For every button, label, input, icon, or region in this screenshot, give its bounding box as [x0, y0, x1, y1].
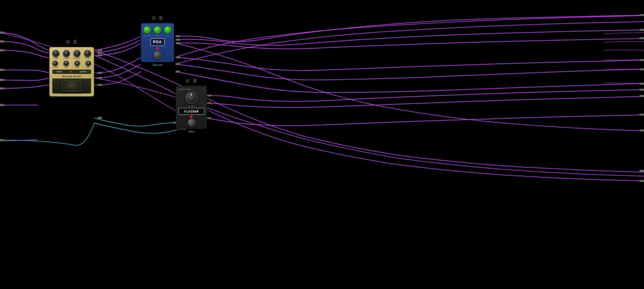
- svg-rect-37: [176, 42, 180, 44]
- bass-led: [190, 116, 192, 118]
- bass-toolbar: ⚙ 🗑: [185, 78, 197, 84]
- bass-settings-icon[interactable]: ⚙: [185, 78, 190, 84]
- stereo-echo-toolbar: ⚙ 🗑: [66, 39, 78, 45]
- svg-rect-25: [639, 129, 644, 131]
- output-arrow-icon: →: [88, 71, 90, 73]
- knob-group-l-time: L-TIME: [52, 50, 59, 59]
- knob-r-level[interactable]: [73, 50, 80, 57]
- bass-level-knob[interactable]: [185, 91, 198, 104]
- svg-rect-43: [207, 117, 211, 119]
- knob-l-fb-label: L-FB: [64, 67, 68, 68]
- mda-detune-pedal: ⚙ 🗑 DETUNE LEVEL MIX MDA De: [141, 15, 174, 66]
- knob-cross[interactable]: [51, 60, 59, 67]
- stereo-echo-top-knobs: L-TIME L-LEVEL R-LEVEL R-TIME: [52, 50, 91, 59]
- stereo-echo-pedal: ⚙ 🗑 L-TIME L-LEVEL R-LEVEL R-TIME: [49, 39, 94, 97]
- svg-rect-42: [207, 102, 211, 104]
- svg-rect-26: [639, 170, 644, 172]
- detune-toolbar: ⚙ 🗑: [151, 15, 164, 21]
- knob-l-fb[interactable]: [63, 61, 69, 66]
- bass-preset-arrow-icon[interactable]: ▼: [203, 88, 205, 90]
- svg-rect-34: [98, 117, 102, 119]
- svg-rect-38: [176, 56, 180, 58]
- stereo-echo-delete-icon[interactable]: 🗑: [73, 39, 78, 45]
- knob-group-dry: DRY: [86, 61, 91, 68]
- svg-point-2: [0, 40, 1, 43]
- detune-knobs-row: DETUNE LEVEL MIX: [143, 26, 172, 36]
- svg-rect-18: [639, 37, 644, 39]
- knob-l-time[interactable]: [52, 50, 59, 57]
- knob-detune-label: DETUNE: [144, 35, 150, 36]
- echo-input-label: → INPUT: [54, 71, 62, 73]
- bass-preset-name: Acoustic Bass: [178, 88, 191, 90]
- fluidgm-bass-pedal: ⚙ 🗑 Acoustic Bass ▼ LEVEL FLUIDGM Bass: [176, 78, 207, 133]
- mda-badge: MDA: [150, 38, 165, 46]
- svg-rect-32: [98, 77, 102, 79]
- knob-r-fb-label: R-FB: [75, 67, 79, 68]
- knob-detune-mix[interactable]: [164, 26, 172, 34]
- detune-delete-icon[interactable]: 🗑: [158, 15, 164, 21]
- svg-rect-31: [98, 72, 102, 74]
- svg-rect-7: [0, 69, 5, 71]
- detune-footknob[interactable]: [153, 51, 162, 59]
- svg-rect-22: [639, 89, 644, 91]
- knob-group-r-time: R-TIME: [84, 50, 91, 59]
- svg-rect-13: [0, 104, 5, 106]
- knob-r-time[interactable]: [84, 50, 91, 57]
- svg-rect-39: [176, 63, 180, 65]
- svg-point-14: [0, 139, 1, 141]
- knob-group-l-level: L-LEVEL: [63, 50, 70, 59]
- mda-brand-text: MDA: [153, 40, 162, 44]
- svg-rect-35: [176, 35, 180, 37]
- svg-point-12: [0, 104, 1, 106]
- bass-delete-icon[interactable]: 🗑: [192, 78, 197, 84]
- knob-group-detune: DETUNE: [143, 26, 151, 36]
- svg-point-6: [0, 69, 1, 71]
- echo-footswitch-area: TAP: [52, 78, 91, 93]
- stereo-echo-body: L-TIME L-LEVEL R-LEVEL R-TIME CROSS: [49, 47, 94, 97]
- input-arrow-icon: →: [54, 71, 56, 73]
- svg-point-10: [0, 87, 1, 90]
- detune-led: [156, 47, 158, 50]
- bass-level-label: LEVEL: [178, 105, 205, 107]
- svg-rect-5: [0, 49, 5, 51]
- knob-group-cross: CROSS: [52, 61, 58, 68]
- output-text: OUTPUT: [79, 71, 87, 73]
- echo-input-output-section: → INPUT OUTPUT →: [52, 70, 91, 74]
- svg-rect-20: [639, 68, 644, 70]
- knob-detune-level[interactable]: [154, 26, 161, 34]
- tap-label: TAP: [69, 85, 74, 87]
- stereo-echo-title: Stereo Echo: [52, 75, 91, 78]
- svg-rect-30: [98, 54, 102, 56]
- svg-rect-24: [639, 114, 644, 116]
- svg-rect-40: [176, 71, 180, 73]
- knob-detune[interactable]: [143, 26, 151, 34]
- svg-rect-41: [207, 94, 211, 97]
- echo-led: [70, 71, 71, 72]
- bass-footknob[interactable]: [188, 119, 195, 126]
- svg-rect-29: [98, 52, 102, 54]
- knob-l-level[interactable]: [63, 50, 70, 57]
- knob-dry[interactable]: [86, 61, 91, 66]
- knob-r-time-label: R-TIME: [85, 58, 90, 59]
- svg-rect-16: [639, 14, 644, 16]
- svg-rect-3: [0, 40, 5, 42]
- svg-point-8: [0, 79, 1, 81]
- knob-l-time-label: L-TIME: [53, 58, 58, 59]
- knob-l-level-label: L-LEVEL: [63, 58, 69, 59]
- knob-cross-label: CROSS: [52, 67, 58, 68]
- detune-settings-icon[interactable]: ⚙: [151, 15, 156, 21]
- knob-group-r-level: R-LEVEL: [73, 50, 80, 59]
- svg-rect-33: [98, 84, 102, 86]
- tap-button[interactable]: TAP: [62, 80, 82, 92]
- knob-group-l-fb: L-FB: [63, 61, 69, 68]
- bass-body: Acoustic Bass ▼ LEVEL FLUIDGM: [176, 86, 207, 129]
- knob-r-fb[interactable]: [74, 61, 80, 66]
- knob-group-detune-mix: MIX: [164, 26, 172, 36]
- knob-detune-mix-label: MIX: [166, 35, 169, 36]
- svg-rect-21: [639, 83, 644, 85]
- detune-body: DETUNE LEVEL MIX MDA: [141, 23, 174, 62]
- input-text: INPUT: [57, 71, 62, 73]
- svg-point-0: [0, 31, 1, 34]
- svg-rect-17: [639, 29, 644, 31]
- stereo-echo-settings-icon[interactable]: ⚙: [66, 39, 70, 45]
